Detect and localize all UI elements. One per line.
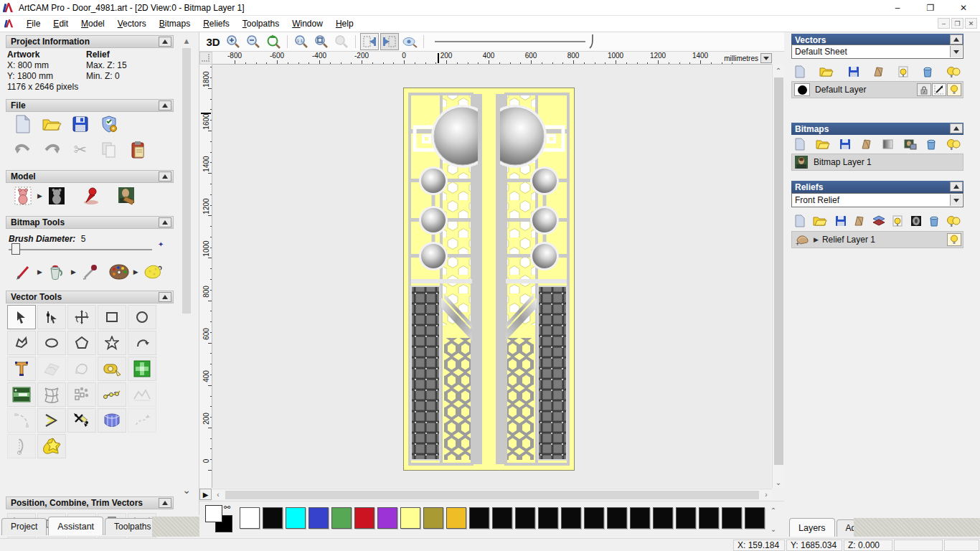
opacity-slider-track[interactable] bbox=[435, 41, 585, 42]
palette-colour-20[interactable] bbox=[699, 507, 719, 529]
node-editing-tool[interactable] bbox=[37, 305, 66, 329]
scroll-down-icon[interactable]: ⌄ bbox=[773, 476, 784, 488]
minimize-button[interactable]: – bbox=[881, 0, 914, 16]
pan-corner-button[interactable]: ▶ bbox=[199, 489, 212, 500]
tab-assistant[interactable]: Assistant bbox=[48, 517, 103, 535]
distort-vectors-tool[interactable] bbox=[37, 382, 66, 407]
sheet-select[interactable]: Default Sheet bbox=[791, 44, 963, 59]
join-vectors-tool[interactable] bbox=[7, 434, 36, 458]
free-form-distort-tool-disabled[interactable] bbox=[128, 408, 156, 433]
lighting-button[interactable] bbox=[77, 184, 105, 207]
greyscale-model-button[interactable] bbox=[42, 184, 71, 207]
palette-colour-22[interactable] bbox=[745, 507, 765, 529]
colour-picker-button[interactable] bbox=[76, 260, 105, 283]
delete-layer-icon[interactable] bbox=[923, 66, 933, 77]
greyscale-preview-icon[interactable] bbox=[910, 215, 922, 227]
palette-colour-19[interactable] bbox=[676, 507, 696, 529]
menu-edit[interactable]: Edit bbox=[47, 17, 75, 31]
model-properties-button[interactable] bbox=[95, 113, 123, 136]
palette-colour-4[interactable] bbox=[331, 507, 352, 529]
toggle-vector-view-button[interactable] bbox=[380, 33, 399, 50]
palette-colour-7[interactable] bbox=[400, 507, 420, 529]
collapse-button[interactable] bbox=[159, 498, 171, 508]
save-relief-layer-icon[interactable] bbox=[835, 215, 847, 227]
create-vector-text-block-tool[interactable] bbox=[7, 382, 36, 407]
zoom-1to1-button[interactable]: 1:1 bbox=[292, 33, 311, 50]
create-arc-tool[interactable] bbox=[128, 331, 156, 355]
palette-colour-10[interactable] bbox=[469, 507, 489, 529]
zoom-in-button[interactable] bbox=[224, 33, 242, 50]
collapse-button[interactable] bbox=[159, 217, 171, 227]
save-bitmap-layer-icon[interactable] bbox=[839, 138, 851, 150]
greyscale-view-button[interactable] bbox=[9, 184, 37, 207]
palette-colour-14[interactable] bbox=[561, 507, 581, 529]
merge-bitmap-layers-icon[interactable] bbox=[861, 138, 872, 150]
palette-colour-3[interactable] bbox=[308, 507, 329, 529]
create-bisector-tool[interactable] bbox=[37, 408, 66, 433]
save-model-button[interactable] bbox=[66, 113, 95, 136]
tab-layers[interactable]: Layers bbox=[789, 518, 835, 537]
merge-vector-layers-icon[interactable] bbox=[873, 66, 885, 77]
copy-icon[interactable] bbox=[95, 138, 123, 161]
menu-file[interactable]: File bbox=[20, 17, 47, 31]
close-button[interactable]: ✕ bbox=[947, 0, 980, 16]
palette-colour-12[interactable] bbox=[515, 507, 535, 529]
palette-colour-5[interactable] bbox=[354, 507, 374, 529]
menu-toolpaths[interactable]: Toolpaths bbox=[236, 17, 286, 31]
scroll-up-icon[interactable]: ▲ bbox=[181, 35, 192, 47]
snap-grid-settings-tool[interactable] bbox=[128, 357, 156, 381]
palette-colour-16[interactable] bbox=[607, 507, 627, 529]
bitmap-layer-row[interactable]: Bitmap Layer 1 bbox=[791, 154, 963, 171]
layer-name[interactable]: Bitmap Layer 1 bbox=[814, 157, 872, 167]
all-layers-visibility-icon[interactable] bbox=[946, 65, 961, 78]
collapse-button[interactable] bbox=[159, 171, 171, 182]
brush-diameter-slider-track[interactable] bbox=[9, 249, 152, 250]
relief-select[interactable]: Front Relief bbox=[791, 193, 963, 207]
sponge-texture-button[interactable] bbox=[138, 260, 167, 283]
primary-secondary-colour-indicator[interactable]: ⚯ bbox=[205, 505, 234, 534]
scroll-right-icon[interactable]: › bbox=[760, 489, 772, 501]
canvas-horizontal-scrollbar[interactable]: ‹ › bbox=[212, 489, 772, 500]
create-ellipse-tool[interactable] bbox=[37, 331, 66, 355]
trim-vectors-tool[interactable] bbox=[67, 408, 96, 433]
palette-colour-17[interactable] bbox=[630, 507, 650, 529]
dropdown-button[interactable] bbox=[950, 194, 962, 206]
scrollbar-thumb[interactable] bbox=[225, 491, 759, 499]
layer-name[interactable]: Default Layer bbox=[815, 85, 866, 95]
snap-to-layer-icon[interactable] bbox=[932, 83, 946, 96]
scroll-up-icon[interactable]: ⌃ bbox=[773, 65, 784, 76]
bitmap-image-icon[interactable] bbox=[904, 139, 917, 150]
palette-scroll-down-icon[interactable]: ⌄ bbox=[768, 523, 779, 534]
switch-3d-view-button[interactable]: 3D bbox=[204, 33, 222, 50]
bitmaps-header[interactable]: Bitmaps bbox=[791, 123, 963, 135]
layer-name[interactable]: Relief Layer 1 bbox=[822, 235, 875, 245]
palette-colour-1[interactable] bbox=[263, 507, 283, 529]
redo-button[interactable] bbox=[37, 138, 66, 161]
relief-visibility-icon[interactable] bbox=[892, 215, 903, 227]
palette-colour-15[interactable] bbox=[584, 507, 604, 529]
scroll-left-icon[interactable]: ‹ bbox=[212, 489, 224, 501]
collapse-button[interactable] bbox=[159, 292, 171, 302]
primary-colour-swatch[interactable] bbox=[205, 505, 222, 522]
mdi-restore-button[interactable]: ❐ bbox=[951, 18, 963, 29]
menu-vectors[interactable]: Vectors bbox=[111, 17, 153, 31]
2d-view-canvas[interactable] bbox=[212, 65, 771, 488]
section-file[interactable]: File bbox=[6, 99, 174, 112]
transform-vectors-tool[interactable] bbox=[67, 305, 96, 329]
fit-arcs-tool-disabled[interactable] bbox=[7, 408, 36, 433]
palette-colour-6[interactable] bbox=[377, 507, 397, 529]
new-relief-layer-icon[interactable] bbox=[794, 215, 806, 227]
link-colours-icon[interactable]: ⚯ bbox=[224, 503, 230, 512]
all-bitmap-visibility-icon[interactable] bbox=[946, 138, 961, 151]
create-circle-tool[interactable] bbox=[128, 305, 156, 329]
create-star-tool[interactable] bbox=[98, 331, 126, 355]
cut-icon[interactable]: ✂ bbox=[66, 138, 95, 161]
palette-scroll-up-icon[interactable]: ⌃ bbox=[768, 504, 779, 516]
toggle-layer-visibility-icon[interactable] bbox=[898, 66, 908, 77]
assistant-scrollbar[interactable]: ▲ ⌄ bbox=[181, 32, 194, 515]
delete-relief-layer-icon[interactable] bbox=[929, 215, 939, 227]
collapse-button[interactable] bbox=[950, 182, 963, 192]
section-vector-tools[interactable]: Vector Tools bbox=[6, 291, 174, 303]
menu-reliefs[interactable]: Reliefs bbox=[197, 17, 236, 31]
scrollbar-thumb[interactable] bbox=[774, 77, 783, 465]
